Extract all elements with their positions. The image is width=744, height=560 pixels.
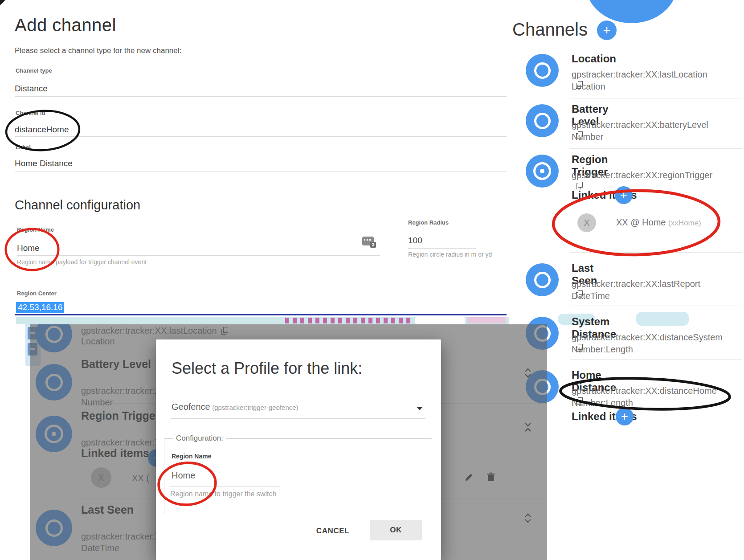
profile-dialog: Select a Profile for the link: Geofence … [156, 339, 441, 560]
cancel-button[interactable]: CANCEL [308, 523, 357, 539]
region-radius-label: Region Radius [408, 219, 449, 226]
region-name-field[interactable]: Home [17, 243, 40, 253]
channel-type: DateTime [572, 291, 610, 301]
channel-type-underline [15, 96, 507, 97]
region-radius-helper: Region circle radius in m or yd [408, 251, 492, 258]
region-radius-underline [408, 248, 476, 249]
dialog-region-name-helper: Region name to trigger the switch [170, 490, 276, 498]
channel-divider [570, 359, 742, 360]
map-strip-white-patch [415, 317, 465, 324]
page-title: Add channel [15, 15, 116, 35]
ok-button[interactable]: OK [370, 520, 422, 540]
dialog-region-name-underline [170, 486, 280, 487]
screenshot-root: { "form": { "title": "Add channel", "sub… [0, 0, 744, 560]
label-label: Label [16, 144, 31, 151]
channel-type: Number:Length [572, 344, 633, 355]
channel-type-label: Channel type [16, 67, 52, 74]
state-channel-icon [526, 104, 559, 137]
map-blob-right [636, 312, 689, 326]
region-name-helper: Region name payload for trigger channel … [17, 258, 147, 266]
channel-divider [570, 148, 742, 149]
label-underline [15, 172, 507, 172]
state-channel-icon [526, 54, 559, 87]
channel-id-field[interactable]: distanceHome [15, 125, 69, 135]
map-strip-pink-patch [467, 317, 506, 323]
region-name-label: Region Name [17, 226, 54, 233]
autofill-count-badge: 3 [370, 242, 376, 248]
state-channel-icon [526, 263, 559, 296]
add-linked-item-fab[interactable]: + [616, 408, 634, 425]
label-field[interactable]: Home Distance [15, 159, 73, 168]
add-linked-item-fab[interactable]: + [615, 186, 633, 204]
dialog-region-name-field[interactable]: Home [172, 470, 195, 481]
channel-type-field[interactable]: Distance [15, 84, 48, 94]
configuration-fieldset: Configuration: [164, 434, 432, 513]
region-radius-field[interactable]: 100 [408, 236, 422, 245]
configuration-legend: Configuration: [173, 434, 226, 443]
channel-id-label: Channel id [16, 110, 45, 116]
region-center-label: Region Center [17, 290, 57, 297]
profile-select-underline [171, 418, 425, 419]
dropdown-caret-icon[interactable] [417, 407, 422, 410]
profile-select-id: (gpstracker:trigger-geofence) [212, 404, 298, 411]
channel-configuration-heading: Channel configuration [15, 198, 140, 213]
linked-item-avatar: X [577, 213, 596, 232]
channel-type: Location [572, 82, 605, 92]
channel-divider [570, 98, 742, 98]
profile-select-value: Geofence [172, 402, 210, 412]
channel-id: gpstracker:tracker:XX:regionTrigger [572, 170, 712, 191]
dialog-region-name-label: Region Name [172, 453, 211, 460]
channel-type: Number [572, 132, 603, 142]
linked-item-label[interactable]: XX @ Home (xxHome) [616, 217, 701, 228]
channel-type: Number:Length [572, 398, 633, 408]
map-strip-label-marks [285, 318, 412, 323]
channel-divider [570, 306, 742, 306]
channel-divider [570, 252, 742, 253]
region-center-focus-underline [15, 314, 507, 315]
linked-item-suffix: (xxHome) [668, 219, 701, 227]
page-subtitle: Please select a channel type for the new… [15, 46, 181, 55]
autofill-extension-icon[interactable]: 3 [362, 237, 374, 245]
corner-mark [0, 0, 5, 5]
trigger-channel-icon [526, 155, 559, 188]
channel-id-underline [15, 136, 507, 137]
region-center-field[interactable]: 42.53,16.16 [16, 302, 64, 313]
scroll-top-fab-partial[interactable] [586, 0, 677, 23]
profile-select[interactable]: Geofence (gpstracker:trigger-geofence) [172, 402, 298, 412]
autofill-dots [364, 239, 372, 241]
region-name-underline [17, 255, 380, 256]
add-channel-fab[interactable]: + [597, 20, 617, 40]
copy-icon[interactable] [576, 182, 583, 189]
channels-heading: Channels [512, 20, 588, 40]
channel-title: Location [572, 53, 616, 65]
dialog-title: Select a Profile for the link: [172, 359, 362, 378]
